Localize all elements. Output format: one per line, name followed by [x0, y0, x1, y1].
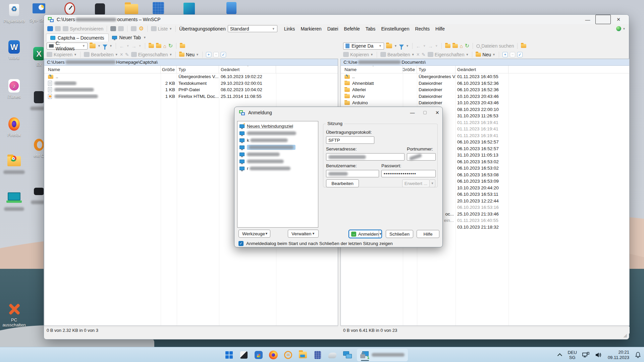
- tray-overflow-chevron[interactable]: [557, 353, 562, 358]
- forward-icon[interactable]: →: [131, 43, 137, 49]
- show-login-dialog-checkbox[interactable]: ✓ Anmeldedialog beim Start und nach Schl…: [238, 241, 393, 246]
- window-titlebar[interactable]: C:\Users ocuments – WinSCP — ×: [44, 15, 629, 24]
- new-button[interactable]: Neu▼: [476, 52, 495, 57]
- desktop-icon-grid-app[interactable]: [148, 1, 168, 16]
- menu-tabs[interactable]: Tabs: [366, 26, 376, 32]
- desktop-icon-itunes[interactable]: ♪ iTunes: [0, 78, 28, 99]
- taskbar-mail[interactable]: ✉: [283, 350, 293, 360]
- login-caret[interactable]: ▼: [379, 230, 382, 238]
- resize-grip[interactable]: ◢: [623, 333, 627, 338]
- find-files-button[interactable]: Dateien suchen: [476, 43, 514, 49]
- refresh-icon[interactable]: ↻: [465, 43, 469, 49]
- column-name[interactable]: Name: [46, 66, 161, 73]
- new-button[interactable]: Neu▼: [179, 52, 199, 57]
- column-name[interactable]: ˆName: [343, 66, 403, 73]
- column-modified[interactable]: Geändert: [455, 66, 508, 73]
- session-item[interactable]: [237, 144, 318, 151]
- notifications-bell-icon[interactable]: [635, 352, 641, 358]
- properties-button[interactable]: Eigenschaften▼: [428, 52, 469, 57]
- advanced-caret[interactable]: ▼: [430, 179, 435, 187]
- column-size[interactable]: Größe: [403, 66, 417, 73]
- edit-session-button[interactable]: Bearbeiten: [326, 179, 359, 187]
- rename-icon[interactable]: ✎: [422, 52, 426, 57]
- dialog-maximize-button[interactable]: [423, 110, 427, 115]
- file-row[interactable]: AllerleiDateiordner06.10.2023 16:52:36: [341, 86, 629, 93]
- username-input[interactable]: [326, 170, 379, 177]
- advanced-button[interactable]: Erweitert ...: [402, 179, 430, 187]
- minimize-button[interactable]: —: [580, 15, 595, 24]
- directory-tree-icon[interactable]: [180, 44, 185, 48]
- start-button[interactable]: [224, 350, 234, 360]
- desktop-icon-laptop[interactable]: [0, 190, 28, 211]
- help-button[interactable]: Hilfe: [417, 230, 439, 238]
- dialog-minimize-button[interactable]: —: [410, 110, 415, 115]
- open-directory-icon[interactable]: [90, 44, 96, 48]
- select-add-icon[interactable]: +: [502, 52, 508, 57]
- transfer-settings-combo[interactable]: Standard▼: [228, 25, 277, 32]
- file-row[interactable]: ArduinoDateiordner10.10.2023 20:43:46: [341, 100, 629, 106]
- back-icon[interactable]: ←: [119, 43, 124, 49]
- properties-button[interactable]: Eigenschaften▼: [131, 52, 172, 57]
- drive-combo[interactable]: C: Windows▼: [47, 43, 88, 50]
- parent-directory-icon[interactable]: [149, 44, 154, 49]
- desktop-icon-firefox[interactable]: Firefox: [0, 117, 28, 137]
- copy-button[interactable]: Kopieren▼: [47, 52, 77, 57]
- password-input[interactable]: •••••••••••••••••: [381, 170, 436, 177]
- select-remove-icon[interactable]: −: [213, 52, 219, 57]
- filter-icon[interactable]: [399, 45, 404, 48]
- taskbar-explorer[interactable]: [298, 350, 308, 360]
- column-size[interactable]: Größe: [161, 66, 177, 73]
- menu-rechts[interactable]: Rechts: [415, 26, 430, 32]
- root-directory-icon[interactable]: [452, 44, 458, 49]
- directory-tree-icon[interactable]: [521, 44, 526, 48]
- manage-button[interactable]: Verwalten▼: [288, 230, 319, 238]
- session-item[interactable]: r: [237, 165, 318, 172]
- file-row[interactable]: 1 KBFirefox HTML Doc...25.11.2014 11:08:…: [44, 93, 338, 100]
- taskbar-store[interactable]: [254, 350, 264, 360]
- parent-directory-icon[interactable]: [445, 44, 450, 49]
- console-icon[interactable]: [110, 26, 116, 31]
- taskbar-winscp-active[interactable]: ↴: [357, 349, 408, 361]
- dialog-close-button[interactable]: ×: [435, 109, 439, 116]
- synchronize-button[interactable]: Synchronisieren: [63, 26, 103, 32]
- swap-panels-icon[interactable]: [47, 26, 53, 31]
- close-dialog-button[interactable]: Schließen: [386, 230, 413, 238]
- tools-button[interactable]: Werkzeuge▼: [238, 230, 270, 238]
- forward-icon[interactable]: →: [428, 43, 433, 49]
- desktop-icon-cube-app[interactable]: [221, 1, 241, 16]
- menu-einstellungen[interactable]: Einstellungen: [381, 26, 409, 32]
- list-view-button[interactable]: Liste▼: [151, 26, 172, 32]
- menu-links[interactable]: Links: [284, 26, 295, 32]
- copy-button[interactable]: Kopieren▼: [343, 52, 373, 57]
- maximize-button[interactable]: [595, 15, 611, 24]
- sync-browsing-icon[interactable]: [55, 26, 61, 31]
- edit-button[interactable]: Bearbeiten▼: [380, 52, 415, 57]
- desktop-icon-word[interactable]: W Word: [0, 40, 28, 60]
- login-button[interactable]: → Anmelden ▼: [348, 230, 382, 238]
- desktop-icon-shutdown[interactable]: PC ausschalten: [0, 302, 28, 327]
- file-row[interactable]: ArchivDateiordner10.10.2023 20:43:46: [341, 93, 629, 100]
- column-type[interactable]: Typ: [417, 66, 455, 73]
- network-icon[interactable]: [582, 352, 590, 358]
- session-item[interactable]: k: [237, 137, 318, 144]
- taskbar-dark-app[interactable]: [239, 350, 249, 360]
- keyboard-layout[interactable]: DEUSG: [568, 350, 577, 360]
- file-row[interactable]: ..Übergeordnetes V...06.10.2023 19:02:22: [44, 73, 338, 80]
- menu-befehle[interactable]: Befehle: [344, 26, 360, 32]
- file-row[interactable]: ..Übergeordnetes V...01.11.2023 16:40:55: [341, 73, 629, 80]
- taskbar-firefox[interactable]: [268, 350, 278, 360]
- filter-icon[interactable]: [103, 45, 107, 48]
- select-check-icon[interactable]: ✓: [221, 52, 226, 57]
- column-modified[interactable]: ˆGeändert: [219, 66, 276, 73]
- select-check-icon[interactable]: ✓: [517, 52, 523, 57]
- desktop-icon-chrome-folder[interactable]: [0, 154, 28, 174]
- desktop-icon-recycle-bin[interactable]: ♻ Papierkorb: [0, 3, 28, 23]
- new-tab-button[interactable]: Neuer Tab▼: [109, 34, 150, 42]
- session-item-new[interactable]: Neues Verbindungsziel: [237, 123, 318, 130]
- menu-markieren[interactable]: Markieren: [301, 26, 321, 32]
- close-button[interactable]: ×: [611, 15, 626, 24]
- session-item[interactable]: [237, 158, 318, 165]
- preferences-gear-icon[interactable]: ⚙: [139, 25, 144, 32]
- background-icon[interactable]: [131, 26, 137, 31]
- drive-combo[interactable]: Eigene Da▼: [343, 43, 384, 50]
